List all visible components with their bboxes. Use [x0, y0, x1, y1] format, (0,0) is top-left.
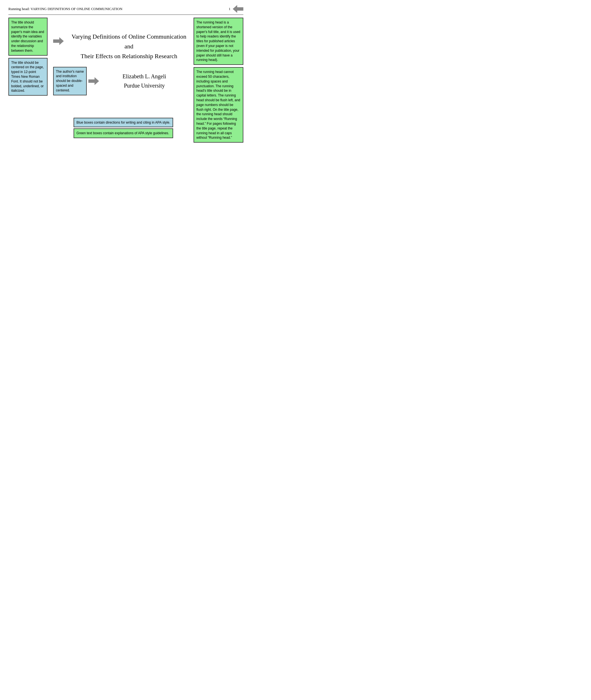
author-arrow-block: [87, 77, 101, 85]
author-text-block: Elizabeth L. Angeli Purdue University: [101, 73, 188, 89]
title-arrow-spacer: [53, 31, 70, 45]
center-content: Varying Definitions of Online Communicat…: [48, 18, 194, 143]
title-summary-annotation: The title should summarize the paper's m…: [8, 18, 48, 56]
page-header: Running head: VARYING DEFINITIONS OF ONL…: [8, 5, 243, 15]
left-annotations: The title should summarize the paper's m…: [8, 18, 48, 143]
main-content: The title should summarize the paper's m…: [8, 18, 243, 143]
running-head-rules-box: The running head cannot exceed 50 charac…: [194, 67, 243, 143]
author-annotation-block: The author's name and institution should…: [53, 67, 87, 95]
running-head-title: VARYING DEFINITIONS OF ONLINE COMMUNICAT…: [30, 7, 122, 11]
title-format-annotation: The title should be centered on the page…: [8, 58, 48, 96]
title-text-block: Varying Definitions of Online Communicat…: [70, 31, 188, 61]
left-arrow-icon: [233, 5, 243, 13]
paper-title-line1: Varying Definitions of Online Communicat…: [70, 31, 188, 51]
title-arrow-icon: [53, 37, 64, 45]
institution-name: Purdue University: [101, 82, 188, 89]
page-number-area: 1: [229, 5, 244, 13]
author-annotation-box: The author's name and institution should…: [53, 67, 87, 95]
title-row: Varying Definitions of Online Communicat…: [53, 31, 188, 61]
running-head-label: Running head:: [8, 7, 29, 11]
legend-blue-box: Blue boxes contain directions for writin…: [74, 118, 173, 128]
running-head-text: Running head: VARYING DEFINITIONS OF ONL…: [8, 7, 123, 11]
legend-section: Blue boxes contain directions for writin…: [74, 118, 173, 138]
paper-title: Varying Definitions of Online Communicat…: [70, 31, 188, 61]
legend-green-text: Green text boxes contain explanations of…: [76, 131, 169, 135]
author-arrow-icon: [88, 77, 99, 85]
author-row: The author's name and institution should…: [53, 67, 188, 95]
page-number: 1: [229, 7, 231, 11]
author-name: Elizabeth L. Angeli: [101, 73, 188, 80]
running-head-explanation-box: The running head is a shortened version …: [194, 18, 243, 65]
paper-title-line2: Their Effects on Relationship Research: [70, 51, 188, 61]
legend-green-box: Green text boxes contain explanations of…: [74, 128, 173, 138]
right-annotations: The running head is a shortened version …: [194, 18, 243, 143]
